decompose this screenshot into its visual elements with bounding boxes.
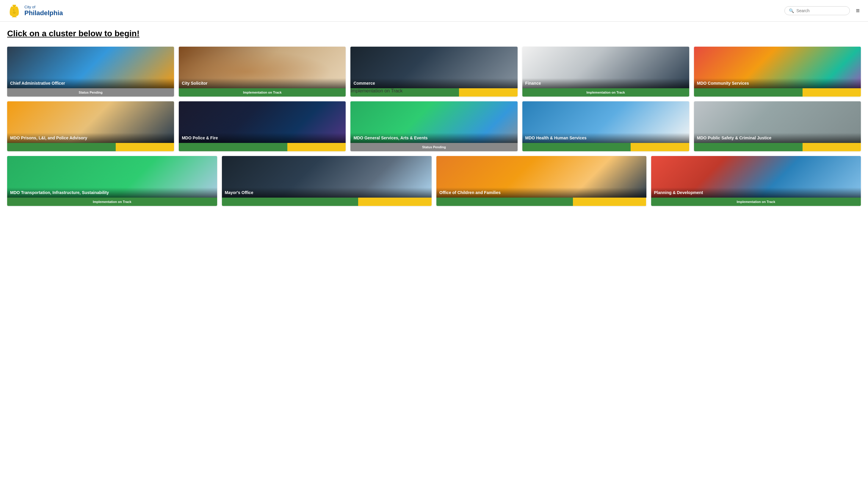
cluster-card-children[interactable]: Office of Children and Families: [436, 156, 646, 206]
cluster-grid-row2: MDO Prisons, L&I, and Police AdvisoryMDO…: [7, 101, 861, 151]
card-status: Implementation on Track: [522, 88, 689, 97]
card-image: Mayor's Office: [222, 156, 432, 198]
cluster-card-mdo-prisons[interactable]: MDO Prisons, L&I, and Police Advisory: [7, 101, 174, 151]
card-status: Implementation on Track: [651, 198, 861, 206]
main-content: Click on a cluster below to begin! Chief…: [0, 22, 868, 215]
status-bar-green: [694, 88, 803, 97]
card-image: MDO Health & Human Services: [522, 101, 689, 143]
status-bar-yellow: [116, 143, 174, 151]
status-bar-green: [7, 143, 116, 151]
header: City of Philadelphia 🔍 ≡: [0, 0, 868, 22]
card-label: MDO Health & Human Services: [522, 133, 689, 143]
status-bar-green: Implementation on Track: [350, 88, 459, 97]
status-bar: Implementation on Track: [7, 198, 217, 206]
cluster-card-mdo-community[interactable]: MDO Community Services: [694, 47, 861, 97]
page-title: Click on a cluster below to begin!: [7, 29, 861, 38]
card-image: Office of Children and Families: [436, 156, 646, 198]
status-bar-green: [222, 198, 359, 206]
card-image: City Solicitor: [179, 47, 346, 88]
card-label: Chief Administrative Officer: [7, 78, 174, 88]
cluster-card-solicitor[interactable]: City SolicitorImplementation on Track: [179, 47, 346, 97]
card-image: Planning & Development: [651, 156, 861, 198]
card-image: Chief Administrative Officer: [7, 47, 174, 88]
card-image: MDO Community Services: [694, 47, 861, 88]
card-label: Commerce: [350, 78, 517, 88]
cluster-card-general-services[interactable]: MDO General Services, Arts & EventsStatu…: [350, 101, 517, 151]
cluster-card-cao[interactable]: Chief Administrative OfficerStatus Pendi…: [7, 47, 174, 97]
card-image: MDO General Services, Arts & Events: [350, 101, 517, 143]
cluster-card-commerce[interactable]: CommerceImplementation on Track: [350, 47, 517, 97]
card-image: Finance: [522, 47, 689, 88]
card-image: MDO Public Safety & Criminal Justice: [694, 101, 861, 143]
card-label: MDO Prisons, L&I, and Police Advisory: [7, 133, 174, 143]
card-image: MDO Police & Fire: [179, 101, 346, 143]
cluster-card-planning[interactable]: Planning & DevelopmentImplementation on …: [651, 156, 861, 206]
card-label: Planning & Development: [651, 187, 861, 198]
status-bar-yellow: [573, 198, 646, 206]
cluster-card-mayors[interactable]: Mayor's Office: [222, 156, 432, 206]
card-label: MDO Police & Fire: [179, 133, 346, 143]
card-status: Implementation on Track: [7, 198, 217, 206]
search-box[interactable]: 🔍: [784, 6, 850, 15]
card-status: Implementation on Track: [179, 88, 346, 97]
card-image: MDO Prisons, L&I, and Police Advisory: [7, 101, 174, 143]
card-label: MDO Community Services: [694, 78, 861, 88]
cluster-card-transport[interactable]: MDO Transportation, Infrastructure, Sust…: [7, 156, 217, 206]
liberty-bell-icon: [7, 4, 22, 18]
cluster-grid-row1: Chief Administrative OfficerStatus Pendi…: [7, 47, 861, 97]
status-bar: Implementation on Track: [522, 88, 689, 97]
city-of-label: City of: [24, 5, 63, 9]
cluster-card-public-safety[interactable]: MDO Public Safety & Criminal Justice: [694, 101, 861, 151]
logo[interactable]: City of Philadelphia: [7, 4, 63, 18]
card-label: MDO General Services, Arts & Events: [350, 133, 517, 143]
status-bar-yellow: [631, 143, 689, 151]
card-status: [222, 198, 432, 206]
card-status: [694, 88, 861, 97]
status-bar-green: [522, 143, 631, 151]
card-label: City Solicitor: [179, 78, 346, 88]
status-bar-yellow: [358, 198, 432, 206]
status-bar-yellow: [287, 143, 346, 151]
svg-rect-2: [13, 6, 16, 6]
logo-text: City of Philadelphia: [24, 5, 63, 17]
search-input[interactable]: [796, 8, 845, 13]
card-status: [7, 143, 174, 151]
cluster-grid-row3: MDO Transportation, Infrastructure, Sust…: [7, 156, 861, 206]
card-label: Mayor's Office: [222, 187, 432, 198]
cluster-card-police-fire[interactable]: MDO Police & Fire: [179, 101, 346, 151]
card-label: Office of Children and Families: [436, 187, 646, 198]
card-label: Finance: [522, 78, 689, 88]
status-bar-yellow: [803, 143, 861, 151]
status-bar: Status Pending: [7, 88, 174, 97]
card-label: MDO Public Safety & Criminal Justice: [694, 133, 861, 143]
status-bar-yellow: [803, 88, 861, 97]
card-status: Implementation on Track: [350, 88, 517, 97]
card-status: [436, 198, 646, 206]
status-bar: Status Pending: [350, 143, 517, 151]
status-bar-green: [436, 198, 573, 206]
card-status: [522, 143, 689, 151]
status-bar: Implementation on Track: [651, 198, 861, 206]
card-status: Status Pending: [7, 88, 174, 97]
card-status: [179, 143, 346, 151]
status-bar-green: [179, 143, 287, 151]
svg-rect-4: [12, 16, 17, 17]
philadelphia-label: Philadelphia: [24, 9, 63, 17]
status-bar-yellow: [459, 88, 517, 97]
header-right: 🔍 ≡: [784, 6, 861, 16]
card-label: MDO Transportation, Infrastructure, Sust…: [7, 187, 217, 198]
card-status: Status Pending: [350, 143, 517, 151]
card-status: [694, 143, 861, 151]
card-image: MDO Transportation, Infrastructure, Sust…: [7, 156, 217, 198]
cluster-card-finance[interactable]: FinanceImplementation on Track: [522, 47, 689, 97]
card-image: Commerce: [350, 47, 517, 88]
menu-button[interactable]: ≡: [855, 6, 861, 16]
search-icon: 🔍: [789, 8, 794, 13]
cluster-card-health[interactable]: MDO Health & Human Services: [522, 101, 689, 151]
status-bar-green: [694, 143, 803, 151]
status-bar: Implementation on Track: [179, 88, 346, 97]
